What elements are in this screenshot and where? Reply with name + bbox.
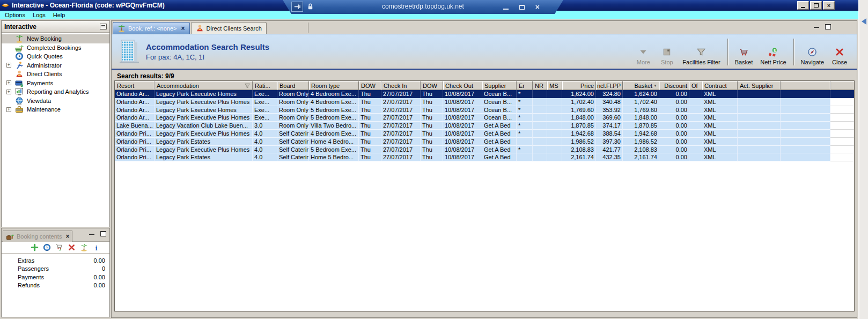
collapse-arrow-icon[interactable] (862, 18, 866, 25)
sidebar-item-new-booking[interactable]: New Booking (2, 34, 109, 43)
delete-icon[interactable] (68, 243, 76, 251)
booking-item-refunds[interactable]: Refunds0.00 (2, 281, 109, 290)
booking-item-label: Refunds (18, 282, 40, 288)
result-cell: 27/07/2017 (381, 138, 421, 146)
close-button[interactable]: × (823, 1, 835, 10)
nett-price-button[interactable]: $Nett Price (756, 37, 790, 67)
collapse-panel-icon[interactable] (100, 24, 107, 29)
result-cell: Lake Buena... (115, 122, 155, 130)
sidebar-item-quick-quotes[interactable]: Quick Quotes (2, 52, 109, 61)
result-cell: Ocean B... (482, 106, 517, 114)
result-cell (689, 146, 702, 154)
result-row[interactable]: Lake Buena...Legacy Vacation Club Lake B… (115, 122, 854, 130)
close-button[interactable]: Close (828, 37, 851, 67)
panel-controls (89, 231, 106, 236)
minimize-button[interactable] (797, 1, 809, 10)
close-tab-icon[interactable]: × (181, 25, 185, 32)
sidebar-item-viewdata[interactable]: Viewdata (2, 97, 109, 106)
sidebar-item-payments[interactable]: +$Payments (2, 79, 109, 88)
maximize-panel-icon[interactable] (100, 231, 106, 236)
column-header-dow[interactable]: DOW (421, 81, 443, 90)
column-header-supplier[interactable]: Supplier (482, 81, 517, 90)
result-row[interactable]: Orlando Ar...Legacy Park Executive Homes… (115, 106, 854, 114)
menu-logs[interactable]: Logs (29, 12, 49, 18)
column-header-nr[interactable]: NR (533, 81, 547, 90)
sidebar-item-maintenance[interactable]: +Maintenance (2, 105, 109, 114)
result-row[interactable]: Orlando Pri...Legacy Park Estates4.0Self… (115, 138, 854, 146)
menu-options[interactable]: Options (1, 12, 29, 18)
result-row[interactable]: Orlando Ar...Legacy Park Executive Plus … (115, 114, 854, 122)
column-header-er[interactable]: Er (517, 81, 533, 90)
menu-help[interactable]: Help (49, 12, 69, 18)
result-row[interactable]: Orlando Ar...Legacy Park Executive Plus … (115, 98, 854, 106)
booking-item-extras[interactable]: Extras0.00 (2, 256, 109, 265)
column-header-board[interactable]: Board (277, 81, 309, 90)
quick-quote-icon[interactable] (43, 243, 51, 251)
info-icon[interactable]: i (92, 243, 100, 251)
minimize-content-icon[interactable] (814, 26, 819, 28)
result-row[interactable]: Orlando Pri...Legacy Park Estates4.0Self… (115, 153, 854, 161)
sidebar-item-completed-bookings[interactable]: Completed Bookings (2, 43, 109, 53)
result-cell (781, 106, 830, 114)
rdp-restore-icon[interactable] (519, 5, 525, 10)
tab-book-ref-none[interactable]: Book. ref.: <none>× (113, 22, 190, 34)
column-header-resort[interactable]: Resort (115, 81, 155, 90)
sidebar-item-label: Maintenance (27, 106, 61, 113)
clock-globe-icon (15, 52, 24, 61)
result-cell: 0.00 (659, 114, 689, 122)
column-header-of[interactable]: Of (689, 81, 702, 90)
booking-item-passengers[interactable]: Passengers0 (2, 265, 109, 273)
sort-indicator-icon: ▼ (653, 84, 657, 87)
maximize-content-icon[interactable] (825, 24, 831, 29)
close-tab-icon[interactable]: × (65, 233, 69, 240)
column-header-accommodation[interactable]: Accommodation (155, 81, 253, 90)
minimize-panel-icon[interactable] (89, 233, 94, 235)
facilities-filter-button[interactable]: Facilities Filter (679, 37, 724, 67)
booking-item-label: Extras (18, 257, 34, 264)
expand-icon[interactable]: + (6, 63, 11, 68)
column-header-dow[interactable]: DOW (359, 81, 381, 90)
column-header-room-type[interactable]: Room type (309, 81, 359, 90)
tab-booking-contents[interactable]: Booking contents × (3, 231, 72, 242)
basket-button[interactable]: Basket (731, 37, 757, 67)
result-row[interactable]: Orlando Pri...Legacy Park Executive Plus… (115, 130, 854, 138)
booking-contents-panel: Booking contents × i Extras0.00Passenger… (1, 228, 110, 317)
result-cell (547, 106, 562, 114)
column-header-check-in[interactable]: Check In (381, 81, 421, 90)
palm-tree-icon (117, 24, 126, 32)
rdp-minimize-icon[interactable] (503, 9, 509, 10)
booking-contents-toolbar: i (2, 242, 109, 254)
funnel-icon[interactable] (244, 83, 251, 89)
result-row[interactable]: Orlando Pri...Legacy Park Executive Plus… (115, 146, 854, 154)
column-header-act-supplier[interactable]: Act. Supplier (738, 81, 781, 90)
column-header-basket[interactable]: Basket▼ (623, 81, 659, 90)
expand-icon[interactable]: + (6, 80, 11, 85)
tab-direct-clients-search[interactable]: Direct Clients Search (191, 22, 267, 34)
rdp-connection-bar[interactable]: comostreetrdp.topdog.uk.net × (283, 0, 563, 14)
expand-icon[interactable]: + (6, 90, 11, 94)
result-cell (781, 130, 830, 138)
column-header-ms[interactable]: MS (547, 81, 562, 90)
sidebar-item-reporting-and-analytics[interactable]: +Reporting and Analytics (2, 87, 109, 97)
sidebar-item-administrator[interactable]: +Administrator (2, 61, 109, 70)
column-header-price[interactable]: Price (562, 81, 596, 90)
booking-icon[interactable] (80, 243, 88, 251)
result-cell (830, 98, 855, 106)
restore-button[interactable] (810, 1, 822, 10)
column-header-discount[interactable]: Discount (659, 81, 689, 90)
document-tabstrip: Book. ref.: <none>×Direct Clients Search (112, 21, 857, 34)
booking-item-payments[interactable]: Payments0.00 (2, 273, 109, 281)
column-header-incl-fl-pp[interactable]: Incl.Fl.PP (596, 81, 623, 90)
expand-icon[interactable]: + (6, 107, 11, 112)
add-icon[interactable] (31, 243, 39, 251)
navigate-button[interactable]: Navigate (797, 37, 828, 67)
column-header-label: Resort (117, 83, 134, 89)
result-cell (738, 146, 781, 154)
sidebar-item-direct-clients[interactable]: Direct Clients (2, 70, 109, 79)
column-header-contract[interactable]: Contract (702, 81, 738, 90)
result-row[interactable]: Orlando Ar...Legacy Park Executive Homes… (115, 90, 854, 98)
rdp-close-icon[interactable]: × (535, 4, 540, 10)
column-header-check-out[interactable]: Check Out (443, 81, 482, 90)
column-header-rati[interactable]: Rati... (253, 81, 277, 90)
add-to-basket-icon[interactable] (55, 243, 63, 251)
